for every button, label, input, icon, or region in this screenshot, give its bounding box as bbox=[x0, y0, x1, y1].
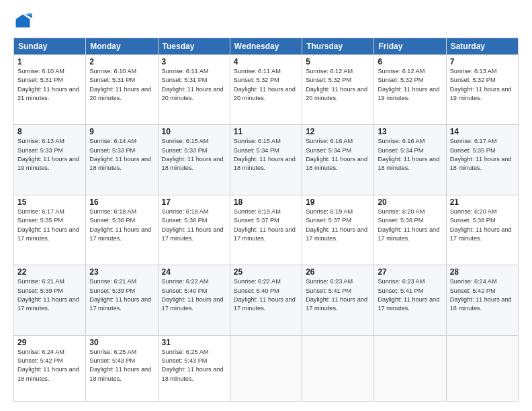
day-number: 3 bbox=[162, 57, 226, 66]
calendar-cell: 13Sunrise: 6:16 AMSunset: 5:34 PMDayligh… bbox=[374, 125, 446, 195]
weekday-header-thursday: Thursday bbox=[302, 38, 374, 55]
day-info: Sunrise: 6:10 AMSunset: 5:31 PMDaylight:… bbox=[89, 67, 154, 103]
calendar-cell bbox=[446, 335, 518, 401]
calendar-cell: 18Sunrise: 6:19 AMSunset: 5:37 PMDayligh… bbox=[230, 195, 302, 265]
calendar-cell: 27Sunrise: 6:23 AMSunset: 5:41 PMDayligh… bbox=[374, 265, 446, 335]
calendar-week-2: 8Sunrise: 6:13 AMSunset: 5:33 PMDaylight… bbox=[14, 125, 519, 195]
calendar-cell: 7Sunrise: 6:13 AMSunset: 5:32 PMDaylight… bbox=[446, 55, 518, 125]
day-info: Sunrise: 6:25 AMSunset: 5:43 PMDaylight:… bbox=[89, 348, 154, 383]
day-number: 2 bbox=[89, 57, 154, 66]
day-number: 8 bbox=[17, 127, 82, 136]
calendar-cell: 19Sunrise: 6:19 AMSunset: 5:37 PMDayligh… bbox=[302, 195, 374, 265]
day-number: 16 bbox=[89, 197, 154, 207]
calendar-cell: 24Sunrise: 6:22 AMSunset: 5:40 PMDayligh… bbox=[158, 265, 230, 335]
day-number: 18 bbox=[234, 197, 298, 207]
day-info: Sunrise: 6:16 AMSunset: 5:34 PMDaylight:… bbox=[306, 137, 370, 173]
day-number: 6 bbox=[378, 57, 442, 66]
day-number: 20 bbox=[378, 197, 442, 207]
day-info: Sunrise: 6:22 AMSunset: 5:40 PMDaylight:… bbox=[234, 277, 298, 313]
calendar-cell: 21Sunrise: 6:20 AMSunset: 5:38 PMDayligh… bbox=[446, 195, 518, 265]
calendar-cell bbox=[230, 335, 302, 401]
calendar-cell: 23Sunrise: 6:21 AMSunset: 5:39 PMDayligh… bbox=[86, 265, 158, 335]
calendar-table: SundayMondayTuesdayWednesdayThursdayFrid… bbox=[13, 38, 519, 402]
calendar-cell: 20Sunrise: 6:20 AMSunset: 5:38 PMDayligh… bbox=[374, 195, 446, 265]
weekday-header-friday: Friday bbox=[374, 38, 446, 55]
weekday-header-wednesday: Wednesday bbox=[230, 38, 302, 55]
day-info: Sunrise: 6:17 AMSunset: 5:35 PMDaylight:… bbox=[17, 208, 82, 243]
calendar-cell: 9Sunrise: 6:14 AMSunset: 5:33 PMDaylight… bbox=[86, 125, 158, 195]
day-info: Sunrise: 6:18 AMSunset: 5:36 PMDaylight:… bbox=[89, 208, 154, 243]
calendar-cell: 6Sunrise: 6:12 AMSunset: 5:32 PMDaylight… bbox=[374, 55, 446, 125]
calendar-cell: 30Sunrise: 6:25 AMSunset: 5:43 PMDayligh… bbox=[86, 335, 158, 401]
weekday-header-saturday: Saturday bbox=[446, 38, 518, 55]
day-number: 23 bbox=[89, 267, 154, 277]
day-info: Sunrise: 6:24 AMSunset: 5:42 PMDaylight:… bbox=[450, 277, 515, 313]
day-info: Sunrise: 6:10 AMSunset: 5:31 PMDaylight:… bbox=[17, 67, 82, 103]
day-info: Sunrise: 6:19 AMSunset: 5:37 PMDaylight:… bbox=[234, 208, 298, 243]
calendar-week-4: 22Sunrise: 6:21 AMSunset: 5:39 PMDayligh… bbox=[14, 265, 519, 335]
day-info: Sunrise: 6:14 AMSunset: 5:33 PMDaylight:… bbox=[89, 137, 154, 173]
weekday-header-monday: Monday bbox=[86, 38, 158, 55]
logo bbox=[13, 12, 35, 31]
day-number: 10 bbox=[162, 127, 226, 136]
day-number: 27 bbox=[378, 267, 442, 277]
day-number: 28 bbox=[450, 267, 515, 277]
day-info: Sunrise: 6:13 AMSunset: 5:32 PMDaylight:… bbox=[450, 67, 515, 103]
calendar-cell: 12Sunrise: 6:16 AMSunset: 5:34 PMDayligh… bbox=[302, 125, 374, 195]
header bbox=[13, 12, 519, 31]
day-info: Sunrise: 6:13 AMSunset: 5:33 PMDaylight:… bbox=[17, 137, 82, 173]
calendar-cell: 3Sunrise: 6:11 AMSunset: 5:31 PMDaylight… bbox=[158, 55, 230, 125]
calendar-cell: 11Sunrise: 6:15 AMSunset: 5:34 PMDayligh… bbox=[230, 125, 302, 195]
day-number: 4 bbox=[234, 57, 298, 66]
calendar-cell: 31Sunrise: 6:25 AMSunset: 5:43 PMDayligh… bbox=[158, 335, 230, 401]
day-number: 19 bbox=[306, 197, 370, 207]
calendar-header-row: SundayMondayTuesdayWednesdayThursdayFrid… bbox=[14, 38, 519, 55]
calendar-cell: 2Sunrise: 6:10 AMSunset: 5:31 PMDaylight… bbox=[86, 55, 158, 125]
calendar-cell: 26Sunrise: 6:23 AMSunset: 5:41 PMDayligh… bbox=[302, 265, 374, 335]
day-number: 7 bbox=[450, 57, 515, 66]
day-info: Sunrise: 6:25 AMSunset: 5:43 PMDaylight:… bbox=[162, 348, 226, 383]
calendar-cell: 28Sunrise: 6:24 AMSunset: 5:42 PMDayligh… bbox=[446, 265, 518, 335]
calendar-cell: 14Sunrise: 6:17 AMSunset: 5:35 PMDayligh… bbox=[446, 125, 518, 195]
day-info: Sunrise: 6:21 AMSunset: 5:39 PMDaylight:… bbox=[89, 277, 154, 313]
day-info: Sunrise: 6:20 AMSunset: 5:38 PMDaylight:… bbox=[450, 208, 515, 243]
svg-marker-0 bbox=[16, 15, 30, 28]
day-number: 11 bbox=[234, 127, 298, 136]
day-number: 5 bbox=[306, 57, 370, 66]
day-info: Sunrise: 6:15 AMSunset: 5:34 PMDaylight:… bbox=[234, 137, 298, 173]
calendar-cell: 5Sunrise: 6:12 AMSunset: 5:32 PMDaylight… bbox=[302, 55, 374, 125]
day-info: Sunrise: 6:12 AMSunset: 5:32 PMDaylight:… bbox=[306, 67, 370, 103]
calendar-cell: 22Sunrise: 6:21 AMSunset: 5:39 PMDayligh… bbox=[14, 265, 86, 335]
day-info: Sunrise: 6:18 AMSunset: 5:36 PMDaylight:… bbox=[162, 208, 226, 243]
day-info: Sunrise: 6:15 AMSunset: 5:33 PMDaylight:… bbox=[162, 137, 226, 173]
day-number: 12 bbox=[306, 127, 370, 136]
weekday-header-sunday: Sunday bbox=[14, 38, 86, 55]
logo-icon bbox=[13, 12, 32, 31]
calendar-week-1: 1Sunrise: 6:10 AMSunset: 5:31 PMDaylight… bbox=[14, 55, 519, 125]
day-info: Sunrise: 6:23 AMSunset: 5:41 PMDaylight:… bbox=[378, 277, 442, 313]
day-info: Sunrise: 6:17 AMSunset: 5:35 PMDaylight:… bbox=[450, 137, 515, 173]
calendar-cell: 25Sunrise: 6:22 AMSunset: 5:40 PMDayligh… bbox=[230, 265, 302, 335]
day-number: 1 bbox=[17, 57, 82, 66]
day-number: 31 bbox=[162, 338, 226, 347]
day-info: Sunrise: 6:24 AMSunset: 5:42 PMDaylight:… bbox=[17, 348, 82, 383]
day-number: 15 bbox=[17, 197, 82, 207]
day-info: Sunrise: 6:12 AMSunset: 5:32 PMDaylight:… bbox=[378, 67, 442, 103]
day-number: 17 bbox=[162, 197, 226, 207]
calendar-week-5: 29Sunrise: 6:24 AMSunset: 5:42 PMDayligh… bbox=[14, 335, 519, 401]
day-info: Sunrise: 6:11 AMSunset: 5:32 PMDaylight:… bbox=[234, 67, 298, 103]
calendar-cell bbox=[302, 335, 374, 401]
calendar-cell: 16Sunrise: 6:18 AMSunset: 5:36 PMDayligh… bbox=[86, 195, 158, 265]
day-info: Sunrise: 6:22 AMSunset: 5:40 PMDaylight:… bbox=[162, 277, 226, 313]
calendar-cell bbox=[374, 335, 446, 401]
calendar-cell: 1Sunrise: 6:10 AMSunset: 5:31 PMDaylight… bbox=[14, 55, 86, 125]
calendar-cell: 17Sunrise: 6:18 AMSunset: 5:36 PMDayligh… bbox=[158, 195, 230, 265]
day-number: 21 bbox=[450, 197, 515, 207]
calendar-cell: 10Sunrise: 6:15 AMSunset: 5:33 PMDayligh… bbox=[158, 125, 230, 195]
day-number: 24 bbox=[162, 267, 226, 277]
calendar-week-3: 15Sunrise: 6:17 AMSunset: 5:35 PMDayligh… bbox=[14, 195, 519, 265]
day-number: 9 bbox=[89, 127, 154, 136]
day-info: Sunrise: 6:16 AMSunset: 5:34 PMDaylight:… bbox=[378, 137, 442, 173]
day-number: 13 bbox=[378, 127, 442, 136]
page: SundayMondayTuesdayWednesdayThursdayFrid… bbox=[0, 0, 532, 411]
